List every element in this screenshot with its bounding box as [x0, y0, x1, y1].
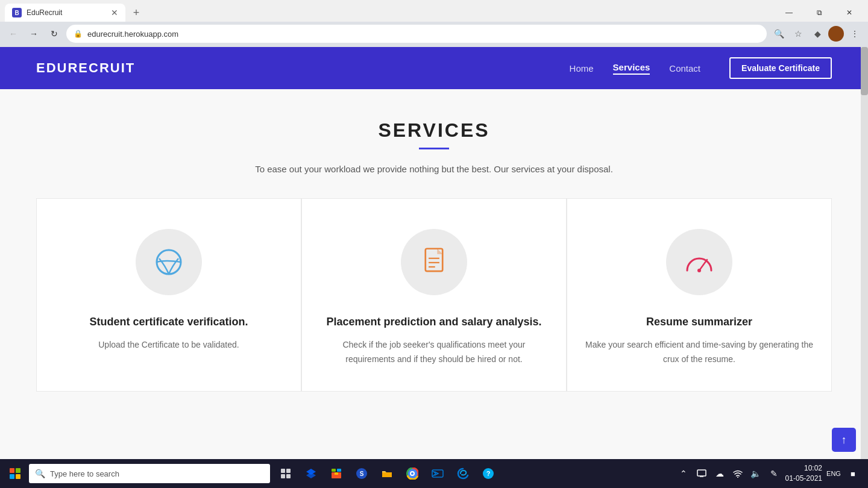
svg-marker-12 — [306, 472, 316, 478]
section-subtitle: To ease out your workload we provide not… — [36, 164, 832, 174]
clock-time: 10:02 — [785, 463, 822, 474]
wifi-icon — [733, 469, 743, 478]
card-title-3: Resume summarizer — [646, 314, 752, 330]
card-desc-1: Upload the Certificate to be validated. — [98, 338, 239, 352]
svg-rect-15 — [337, 469, 341, 472]
card-desc-3: Make your search efficient and time-savi… — [585, 338, 813, 367]
help-app[interactable]: ? — [476, 461, 500, 486]
tab-favicon: B — [12, 8, 22, 17]
svg-rect-7 — [281, 469, 285, 473]
edge-app[interactable] — [451, 461, 475, 486]
menu-button[interactable]: ⋮ — [846, 25, 863, 42]
nav-home[interactable]: Home — [570, 63, 594, 74]
card-placement-prediction: Placement prediction and salary analysis… — [301, 198, 567, 392]
windows-icon — [10, 468, 20, 479]
window-controls: — ⧉ ✕ — [775, 4, 863, 22]
notification-button[interactable]: ■ — [845, 466, 861, 481]
filemanager-app[interactable] — [375, 461, 399, 486]
tray-desktop[interactable] — [694, 466, 709, 481]
start-button[interactable] — [2, 461, 28, 486]
reload-button[interactable]: ↻ — [46, 25, 63, 42]
scrollbar-track — [861, 47, 868, 459]
taskbar-right: ⌃ ☁ 🔈 ✎ 10:02 01-05-2021 — [676, 463, 866, 484]
site-navbar: EDURECRUIT Home Services Contact Evaluat… — [0, 47, 868, 89]
svg-rect-14 — [332, 469, 336, 472]
card-icon-wrap-2 — [401, 229, 467, 295]
address-bar[interactable]: 🔒 edurecruit.herokuapp.com — [66, 25, 767, 43]
zoom-button[interactable]: 🔍 — [770, 25, 787, 42]
nav-contact[interactable]: Contact — [669, 63, 700, 74]
svg-rect-16 — [335, 472, 338, 475]
forward-button[interactable]: → — [25, 25, 42, 42]
svg-point-29 — [737, 477, 738, 478]
tray-cloud[interactable]: ☁ — [712, 466, 728, 481]
dribbble-icon — [154, 248, 183, 277]
store-icon — [330, 468, 342, 480]
new-tab-button[interactable]: + — [128, 4, 145, 21]
nav-services[interactable]: Services — [613, 62, 650, 75]
browser-tab[interactable]: B EduRecruit ✕ — [5, 4, 125, 22]
svg-rect-19 — [382, 472, 392, 477]
tab-title: EduRecruit — [27, 8, 106, 17]
section-title: SERVICES — [36, 119, 832, 142]
svg-rect-28 — [700, 476, 703, 477]
dropbox-icon — [305, 468, 317, 480]
system-clock[interactable]: 10:02 01-05-2021 — [785, 463, 822, 484]
title-underline — [419, 148, 449, 149]
taskbar-search[interactable]: 🔍 Type here to search — [29, 464, 270, 483]
sketch-icon: S — [356, 468, 368, 480]
chrome-icon — [406, 468, 418, 480]
svg-rect-8 — [286, 469, 291, 473]
svg-text:S: S — [360, 471, 364, 477]
clock-date: 01-05-2021 — [785, 474, 822, 484]
tray-chevron[interactable]: ⌃ — [676, 466, 691, 481]
tray-pencil[interactable]: ✎ — [766, 466, 782, 481]
store-app[interactable] — [324, 461, 348, 486]
brand-logo[interactable]: EDURECRUIT — [36, 60, 135, 76]
close-button[interactable]: ✕ — [835, 4, 863, 22]
svg-rect-10 — [286, 474, 291, 478]
extensions-button[interactable]: ◆ — [809, 25, 826, 42]
taskbar-search-icon: 🔍 — [35, 469, 45, 478]
scroll-to-top-button[interactable]: ↑ — [832, 428, 856, 452]
title-bar: B EduRecruit ✕ + — ⧉ ✕ — [0, 0, 868, 22]
minimize-button[interactable]: — — [775, 4, 803, 22]
svg-rect-27 — [697, 470, 706, 476]
taskbar: 🔍 Type here to search — [0, 459, 868, 488]
card-desc-2: Check if the job seeker's qualifications… — [320, 338, 548, 367]
svg-rect-9 — [281, 474, 285, 478]
taskbar-apps: S — [274, 461, 500, 486]
system-tray: ⌃ ☁ 🔈 ✎ — [676, 466, 782, 481]
document-icon — [421, 248, 447, 277]
folder-icon — [381, 468, 393, 480]
bookmark-button[interactable]: ☆ — [790, 25, 807, 42]
scrollbar-thumb[interactable] — [861, 47, 868, 95]
taskview-icon — [280, 468, 291, 479]
tray-sound[interactable]: 🔈 — [748, 466, 764, 481]
language-indicator[interactable]: ENG — [826, 466, 841, 481]
vscode-app[interactable] — [426, 461, 450, 486]
tray-wifi[interactable] — [730, 466, 746, 481]
svg-point-6 — [697, 269, 701, 272]
nav-links: Home Services Contact Evaluate Certifica… — [570, 57, 832, 79]
back-button[interactable]: ← — [5, 25, 22, 42]
profile-avatar[interactable] — [828, 26, 844, 42]
main-content: SERVICES To ease out your workload we pr… — [0, 89, 868, 416]
evaluate-certificate-button[interactable]: Evaluate Certificate — [729, 57, 832, 79]
chrome-app[interactable] — [400, 461, 424, 486]
address-bar-row: ← → ↻ 🔒 edurecruit.herokuapp.com 🔍 ☆ ◆ ⋮ — [0, 22, 868, 47]
maximize-button[interactable]: ⧉ — [805, 4, 833, 22]
tab-close-button[interactable]: ✕ — [111, 8, 118, 17]
speedometer-icon — [684, 248, 714, 277]
lock-icon: 🔒 — [74, 30, 83, 38]
taskview-button[interactable] — [274, 461, 298, 486]
card-certificate-verification: Student certificate verification. Upload… — [36, 198, 301, 392]
dropbox-app[interactable] — [299, 461, 323, 486]
card-title-2: Placement prediction and salary analysis… — [326, 314, 541, 330]
services-cards: Student certificate verification. Upload… — [36, 198, 832, 392]
vscode-icon — [432, 468, 444, 480]
card-icon-wrap-3 — [666, 229, 732, 295]
sketch-app[interactable]: S — [350, 461, 374, 486]
taskbar-search-placeholder: Type here to search — [50, 469, 119, 478]
help-icon: ? — [482, 468, 494, 480]
